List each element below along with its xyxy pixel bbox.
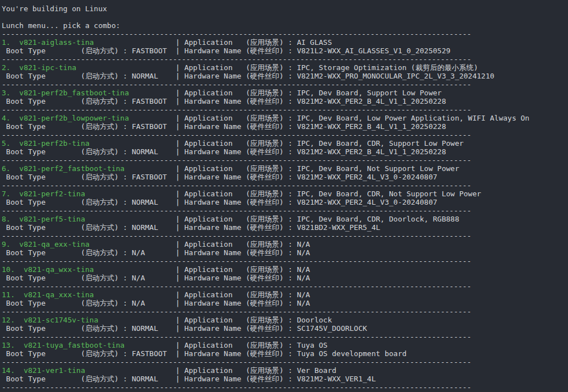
application-value: IPC, Dev Board, CDR, Not Support Low Pow… (297, 190, 481, 198)
entry-name: v821-tuya_fastboot-tina (24, 341, 124, 349)
entry-title-line: 6.v821-perf2_fastboot-tina| Application … (2, 164, 568, 173)
boot-type-label: Boot Type (启动方式) : (2, 47, 132, 55)
boot-type-label: Boot Type (启动方式) : (2, 173, 132, 181)
entry-detail-left: Boot Type (启动方式) : NORMAL (2, 375, 176, 383)
boot-type-label: Boot Type (启动方式) : (2, 97, 132, 105)
hardware-name-value: V821M2-WXX_PRO_MONOCULAR_IPC_2L_V3_3_202… (297, 72, 494, 80)
entry-name: v821-qa_xxx-tina (24, 290, 94, 299)
boot-type-label: Boot Type (启动方式) : (2, 72, 132, 80)
hardware-name-value: SC1745V_DOORLOCK (297, 324, 367, 333)
application-value: IPC, Dev Board, Support Low Power (297, 89, 441, 97)
separator-line: ----------------------------------------… (2, 383, 568, 391)
entry-name: v821-perf2b_lowpower-tina (19, 114, 129, 122)
application-label: | Application (应用场景) : (176, 240, 297, 248)
application-label: | Application (应用场景) : (176, 190, 297, 198)
application-label: | Application (应用场景) : (176, 63, 297, 72)
separator-line: ----------------------------------------… (2, 131, 568, 139)
application-value: IPC, Dev Board, CDR, Support Low Power (297, 139, 463, 147)
entry-name: v821-perf2_fastboot-tina (19, 164, 124, 173)
entry-title-line: 9.v821-qa_exx-tina| Application (应用场景) :… (2, 240, 568, 248)
hardware-name-value: V821M2-WXX_PER2_4L_V3_0-20240807 (297, 198, 437, 206)
lunch-menu-entry: ----------------------------------------… (2, 257, 568, 282)
boot-type-value: FASTBOOT (132, 173, 167, 181)
hardware-name-value: V821M2-WXX_PER2_B_4L_V1_1_20250228 (297, 122, 446, 131)
entry-detail-left: Boot Type (启动方式) : NORMAL (2, 223, 176, 232)
boot-type-label: Boot Type (启动方式) : (2, 223, 132, 232)
application-label: | Application (应用场景) : (176, 114, 297, 122)
application-value: Doorlock (297, 316, 332, 324)
boot-type-label: Boot Type (启动方式) : (2, 274, 132, 282)
lunch-menu-entry: ----------------------------------------… (2, 80, 568, 105)
entry-title-line: 5.v821-perf2b-tina| Application (应用场景) :… (2, 139, 568, 147)
hardware-name-value: V821M2-WXX_VER1_4L (297, 375, 376, 383)
application-label: | Application (应用场景) : (176, 164, 297, 173)
lunch-menu-entry: ----------------------------------------… (2, 358, 568, 383)
entry-title-left: 5.v821-perf2b-tina (2, 139, 176, 147)
application-value: AI GLASS (297, 38, 332, 47)
build-host-message: You're building on Linux (2, 4, 568, 13)
boot-type-value: NORMAL (132, 198, 158, 206)
entry-name: v821-perf5-tina (19, 215, 85, 223)
hardware-name-label: | Hardware Name (硬件丝印) : (176, 97, 297, 105)
blank-line (2, 13, 568, 21)
entry-detail-left: Boot Type (启动方式) : NORMAL (2, 198, 176, 206)
application-value: IPC, Dev Board, Not Support Low Power (297, 164, 459, 173)
entry-number: 4. (2, 114, 11, 122)
boot-type-label: Boot Type (启动方式) : (2, 324, 132, 333)
entry-detail-line: Boot Type (启动方式) : FASTBOOT| Hardware Na… (2, 173, 568, 181)
entry-detail-left: Boot Type (启动方式) : NORMAL (2, 72, 176, 80)
lunch-menu-entry: ----------------------------------------… (2, 55, 568, 80)
entry-title-left: 8.v821-perf5-tina (2, 215, 176, 223)
application-label: | Application (应用场景) : (176, 139, 297, 147)
hardware-name-label: | Hardware Name (硬件丝印) : (176, 248, 297, 257)
entry-number: 11. (2, 290, 15, 299)
entry-number: 1. (2, 38, 11, 47)
entry-title-left: 11.v821-qa_xxx-tina (2, 290, 176, 299)
boot-type-value: FASTBOOT (132, 349, 167, 358)
entry-number: 14. (2, 366, 15, 375)
hardware-name-label: | Hardware Name (硬件丝印) : (176, 324, 297, 333)
hardware-name-label: | Hardware Name (硬件丝印) : (176, 375, 297, 383)
entry-detail-left: Boot Type (启动方式) : FASTBOOT (2, 97, 176, 105)
application-label: | Application (应用场景) : (176, 89, 297, 97)
hardware-name-value: N/A (297, 299, 310, 307)
entry-title-left: 12.v821-sc1745v-tina (2, 316, 176, 324)
entry-title-line: 4.v821-perf2b_lowpower-tina| Application… (2, 114, 568, 122)
boot-type-label: Boot Type (启动方式) : (2, 147, 132, 156)
application-label: | Application (应用场景) : (176, 341, 297, 349)
separator-line: ----------------------------------------… (2, 307, 568, 316)
entry-detail-line: Boot Type (启动方式) : NORMAL| Hardware Name… (2, 147, 568, 156)
boot-type-label: Boot Type (启动方式) : (2, 299, 132, 307)
entry-title-line: 7.v821-perf2-tina| Application (应用场景) : … (2, 190, 568, 198)
separator-line: ----------------------------------------… (2, 105, 568, 114)
boot-type-value: NORMAL (132, 223, 158, 232)
entry-detail-line: Boot Type (启动方式) : NORMAL| Hardware Name… (2, 324, 568, 333)
entry-title-left: 6.v821-perf2_fastboot-tina (2, 164, 176, 173)
entry-title-left: 4.v821-perf2b_lowpower-tina (2, 114, 176, 122)
hardware-name-value: V821M2-WXX_PER2_B_4L_V1_1_20250228 (297, 147, 446, 156)
boot-type-value: FASTBOOT (132, 47, 167, 55)
hardware-name-label: | Hardware Name (硬件丝印) : (176, 147, 297, 156)
boot-type-label: Boot Type (启动方式) : (2, 198, 132, 206)
entry-detail-line: Boot Type (启动方式) : NORMAL| Hardware Name… (2, 375, 568, 383)
boot-type-value: NORMAL (132, 72, 158, 80)
hardware-name-value: N/A (297, 274, 310, 282)
entry-name: v821-sc1745v-tina (24, 316, 98, 324)
hardware-name-label: | Hardware Name (硬件丝印) : (176, 349, 297, 358)
separator-line: ----------------------------------------… (2, 206, 568, 215)
application-label: | Application (应用场景) : (176, 366, 297, 375)
hardware-name-value: V821M2-WXX_PER2_4L_V3_0-20240807 (297, 173, 437, 181)
hardware-name-value: N/A (297, 248, 310, 257)
lunch-menu-entry: ----------------------------------------… (2, 333, 568, 358)
hardware-name-label: | Hardware Name (硬件丝印) : (176, 72, 297, 80)
separator-line: ----------------------------------------… (2, 80, 568, 89)
terminal-screen[interactable]: You're building on Linux Lunch menu... p… (0, 0, 568, 392)
separator-line: ----------------------------------------… (2, 358, 568, 366)
lunch-menu-entry: ----------------------------------------… (2, 30, 568, 55)
entry-name: v821-aiglass-tina (19, 38, 94, 47)
entry-name: v821-ipc-tina (19, 63, 76, 72)
entry-title-left: 1.v821-aiglass-tina (2, 38, 176, 47)
entry-number: 9. (2, 240, 11, 248)
entry-title-line: 8.v821-perf5-tina| Application (应用场景) : … (2, 215, 568, 223)
entry-detail-left: Boot Type (启动方式) : N/A (2, 274, 176, 282)
